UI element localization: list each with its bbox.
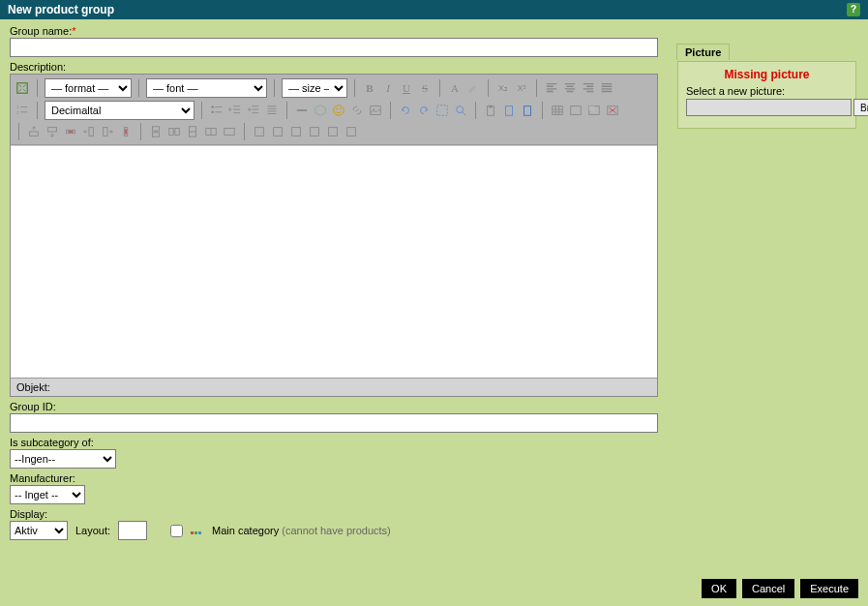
paste-text-icon[interactable] xyxy=(501,103,517,118)
svg-rect-15 xyxy=(524,106,531,116)
cancel-button[interactable]: Cancel xyxy=(742,579,794,598)
missing-picture-label: Missing picture xyxy=(686,68,848,81)
svg-rect-27 xyxy=(153,127,160,131)
misc-icon-3[interactable] xyxy=(288,124,304,139)
insert-row-before-icon[interactable] xyxy=(26,124,42,139)
list-style-select[interactable]: Decimaltal xyxy=(45,101,195,120)
insert-col-after-icon[interactable] xyxy=(100,124,115,139)
image-icon[interactable] xyxy=(368,103,383,118)
svg-rect-37 xyxy=(311,128,319,136)
svg-rect-21 xyxy=(30,132,39,136)
list-numbered-icon[interactable]: 12 xyxy=(15,103,30,118)
merge-right-icon[interactable] xyxy=(166,124,182,139)
redo-icon[interactable] xyxy=(416,103,432,118)
outdent-icon[interactable] xyxy=(227,103,243,118)
undo-icon[interactable] xyxy=(398,103,413,118)
display-select[interactable]: Aktiv xyxy=(10,521,68,540)
paste-icon[interactable] xyxy=(483,103,498,118)
blockquote-icon[interactable] xyxy=(264,103,280,118)
subcategory-label: Is subcategory of: xyxy=(10,437,658,448)
font-color-icon[interactable]: A xyxy=(447,80,463,96)
svg-rect-29 xyxy=(169,129,173,136)
svg-rect-33 xyxy=(224,129,235,136)
indent-icon[interactable] xyxy=(246,103,261,118)
picture-path-input[interactable] xyxy=(686,99,852,116)
hr-icon[interactable] xyxy=(294,103,310,118)
svg-rect-22 xyxy=(48,128,57,132)
link-icon[interactable] xyxy=(349,103,365,118)
main-category-label: Main category (cannot have products) xyxy=(212,525,391,536)
object-icon[interactable] xyxy=(313,103,328,118)
misc-icon-6[interactable] xyxy=(344,124,359,139)
svg-text:1: 1 xyxy=(16,105,19,109)
group-name-label: Group name:* xyxy=(10,25,658,37)
misc-icon-5[interactable] xyxy=(325,124,341,139)
svg-point-6 xyxy=(336,107,338,109)
list-bullet-icon[interactable] xyxy=(209,103,224,118)
misc-icon-1[interactable] xyxy=(252,124,267,139)
select-all-icon[interactable] xyxy=(434,103,450,118)
superscript-icon[interactable]: X² xyxy=(514,80,529,96)
svg-rect-10 xyxy=(437,106,448,116)
manufacturer-select[interactable]: -- Inget -- xyxy=(10,485,85,504)
find-icon[interactable] xyxy=(453,103,468,118)
display-label: Display: xyxy=(10,508,658,520)
table-cell-icon[interactable] xyxy=(586,103,602,118)
help-icon[interactable]: ? xyxy=(847,3,860,16)
size-select[interactable]: — size — xyxy=(282,78,347,98)
editor-textarea[interactable] xyxy=(11,145,657,378)
svg-point-7 xyxy=(340,107,342,109)
layout-input[interactable] xyxy=(118,521,147,540)
group-name-input[interactable] xyxy=(10,38,658,57)
table-icon[interactable] xyxy=(550,103,565,118)
browse-button[interactable]: Browse... xyxy=(853,99,868,116)
bold-icon[interactable]: B xyxy=(362,80,377,96)
table-delete-icon[interactable] xyxy=(605,103,620,118)
select-picture-label: Select a new picture: xyxy=(686,85,848,97)
group-id-label: Group ID: xyxy=(10,401,658,412)
fullscreen-icon[interactable] xyxy=(15,80,30,96)
format-select[interactable]: — format — xyxy=(45,78,132,98)
ok-button[interactable]: OK xyxy=(702,579,736,598)
svg-rect-36 xyxy=(292,128,301,136)
highlight-icon[interactable] xyxy=(465,80,481,96)
emoji-icon[interactable] xyxy=(331,103,346,118)
picture-tab[interactable]: Picture xyxy=(676,44,730,60)
insert-row-after-icon[interactable] xyxy=(45,124,60,139)
manufacturer-label: Manufacturer: xyxy=(10,472,658,484)
align-left-icon[interactable] xyxy=(544,80,559,96)
merge-cells-icon[interactable] xyxy=(222,124,237,139)
svg-rect-16 xyxy=(553,106,563,115)
align-right-icon[interactable] xyxy=(581,80,596,96)
underline-icon[interactable]: U xyxy=(399,80,414,96)
editor-path: Objekt: xyxy=(11,378,657,396)
subcategory-select[interactable]: --Ingen-- xyxy=(10,449,116,469)
execute-button[interactable]: Execute xyxy=(800,579,858,598)
misc-icon-4[interactable] xyxy=(307,124,322,139)
svg-rect-28 xyxy=(153,133,160,136)
group-id-input[interactable] xyxy=(10,413,658,433)
svg-rect-30 xyxy=(175,129,179,136)
svg-rect-39 xyxy=(347,128,356,136)
svg-rect-17 xyxy=(571,106,582,115)
svg-rect-35 xyxy=(274,128,283,136)
insert-col-before-icon[interactable] xyxy=(81,124,97,139)
misc-icon-2[interactable] xyxy=(270,124,285,139)
split-vert-icon[interactable] xyxy=(185,124,200,139)
delete-row-icon[interactable] xyxy=(63,124,78,139)
strikethrough-icon[interactable]: S xyxy=(417,80,433,96)
split-horiz-icon[interactable] xyxy=(203,124,219,139)
table-props-icon[interactable] xyxy=(568,103,584,118)
italic-icon[interactable]: I xyxy=(380,80,396,96)
svg-point-11 xyxy=(457,106,464,113)
svg-point-5 xyxy=(334,106,344,116)
align-center-icon[interactable] xyxy=(562,80,578,96)
merge-down-icon[interactable] xyxy=(148,124,164,139)
font-select[interactable]: — font — xyxy=(146,78,267,98)
svg-rect-38 xyxy=(329,128,338,136)
align-justify-icon[interactable] xyxy=(599,80,614,96)
paste-word-icon[interactable] xyxy=(520,103,535,118)
main-category-checkbox[interactable] xyxy=(170,525,183,537)
delete-col-icon[interactable] xyxy=(118,124,134,139)
subscript-icon[interactable]: X₂ xyxy=(495,80,511,96)
